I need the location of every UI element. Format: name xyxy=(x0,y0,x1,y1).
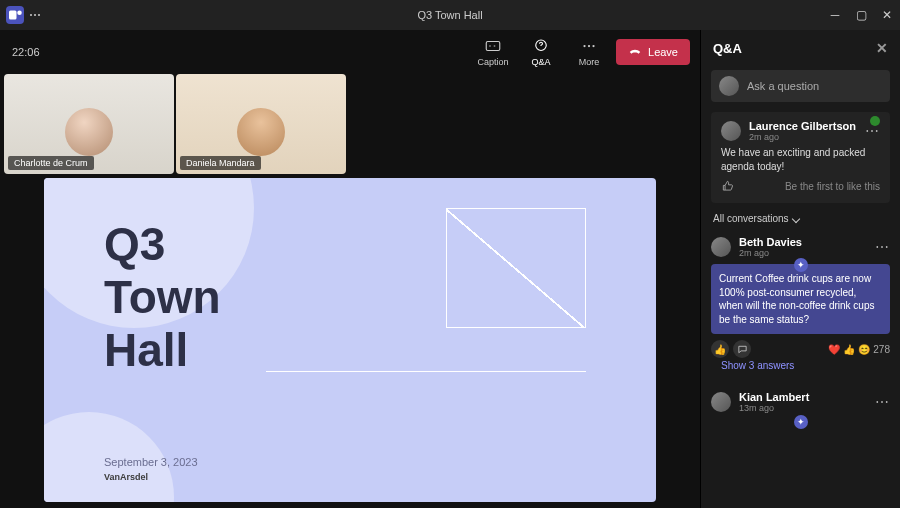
react-like-button[interactable]: 👍 xyxy=(711,340,729,358)
close-panel-icon[interactable]: ✕ xyxy=(876,40,888,56)
caption-toggle[interactable]: Caption xyxy=(472,37,514,67)
item-more-icon[interactable]: ⋯ xyxy=(875,239,890,255)
question-body: Current Coffee drink cups are now 100% p… xyxy=(711,264,890,334)
participant-name: Charlotte de Crum xyxy=(8,156,94,170)
reaction-heart-icon: ❤️ xyxy=(828,344,840,355)
post-time: 2m ago xyxy=(749,132,856,142)
status-badge-icon xyxy=(870,116,880,126)
ask-question-input[interactable]: Ask a question xyxy=(711,70,890,102)
post-time: 2m ago xyxy=(739,248,802,258)
moderator-badge-icon: ✦ xyxy=(794,415,808,429)
author-name: Laurence Gilbertson xyxy=(749,120,856,132)
titlebar-more-icon[interactable] xyxy=(30,14,40,16)
hangup-icon xyxy=(628,45,642,59)
reaction-count: 278 xyxy=(873,344,890,355)
participant-avatar xyxy=(237,108,285,156)
self-avatar xyxy=(719,76,739,96)
like-icon[interactable] xyxy=(721,179,735,193)
show-answers-link[interactable]: Show 3 answers xyxy=(711,358,890,373)
reply-button[interactable] xyxy=(733,340,751,358)
post-body: We have an exciting and packed agenda to… xyxy=(721,146,880,173)
teams-app-icon xyxy=(6,6,24,24)
slide-decoration-line xyxy=(266,371,586,372)
announcement-item: Laurence Gilbertson 2m ago ⋯ We have an … xyxy=(711,112,890,203)
chevron-down-icon xyxy=(791,214,799,222)
slide-title: Q3 Town Hall xyxy=(104,218,221,377)
titlebar: Q3 Town Hall ─ ▢ ✕ xyxy=(0,0,900,30)
meeting-duration: 22:06 xyxy=(12,46,40,58)
user-avatar xyxy=(711,392,731,412)
item-more-icon[interactable]: ⋯ xyxy=(875,394,890,410)
user-avatar xyxy=(711,237,731,257)
reaction-like-icon: 👍 xyxy=(843,344,855,355)
window-minimize[interactable]: ─ xyxy=(828,8,842,22)
video-row: Charlotte de Crum Daniela Mandara xyxy=(4,74,696,174)
comment-icon xyxy=(737,344,748,355)
caption-icon xyxy=(484,37,502,55)
qa-icon xyxy=(532,37,550,55)
shared-slide: Q3 Town Hall September 3, 2023 VanArsdel xyxy=(44,178,656,502)
svg-point-5 xyxy=(588,45,590,47)
user-avatar xyxy=(721,121,741,141)
participant-avatar xyxy=(65,108,113,156)
panel-title: Q&A xyxy=(713,41,742,56)
question-item: Beth Davies 2m ago ⋯ ✦ Current Coffee dr… xyxy=(701,228,900,383)
svg-point-1 xyxy=(17,11,22,16)
leave-button[interactable]: Leave xyxy=(616,39,690,65)
video-tile[interactable]: Daniela Mandara xyxy=(176,74,346,174)
ask-placeholder: Ask a question xyxy=(747,80,819,92)
slide-date: September 3, 2023 xyxy=(104,456,198,468)
svg-point-6 xyxy=(592,45,594,47)
svg-point-4 xyxy=(583,45,585,47)
author-name: Kian Lambert xyxy=(739,391,809,403)
qa-toggle[interactable]: Q&A xyxy=(520,37,562,67)
qa-panel: Q&A ✕ Ask a question Laurence Gilbertson… xyxy=(700,30,900,508)
window-close[interactable]: ✕ xyxy=(880,8,894,22)
first-like-hint: Be the first to like this xyxy=(785,181,880,192)
question-item: Kian Lambert 13m ago ⋯ ✦ xyxy=(701,383,900,425)
video-tile[interactable]: Charlotte de Crum xyxy=(4,74,174,174)
reaction-smile-icon: 😊 xyxy=(858,344,870,355)
more-actions[interactable]: More xyxy=(568,37,610,67)
svg-rect-0 xyxy=(9,11,17,20)
slide-brand: VanArsdel xyxy=(104,472,148,482)
meeting-bar: 22:06 Caption Q&A More Leave xyxy=(2,32,698,72)
more-icon xyxy=(580,37,598,55)
window-maximize[interactable]: ▢ xyxy=(854,8,868,22)
participant-name: Daniela Mandara xyxy=(180,156,261,170)
slide-decoration-triangle xyxy=(446,208,586,328)
moderator-badge-icon: ✦ xyxy=(794,258,808,272)
window-title: Q3 Town Hall xyxy=(417,9,482,21)
author-name: Beth Davies xyxy=(739,236,802,248)
filter-dropdown[interactable]: All conversations xyxy=(701,209,900,228)
post-time: 13m ago xyxy=(739,403,809,413)
svg-rect-2 xyxy=(486,42,500,51)
